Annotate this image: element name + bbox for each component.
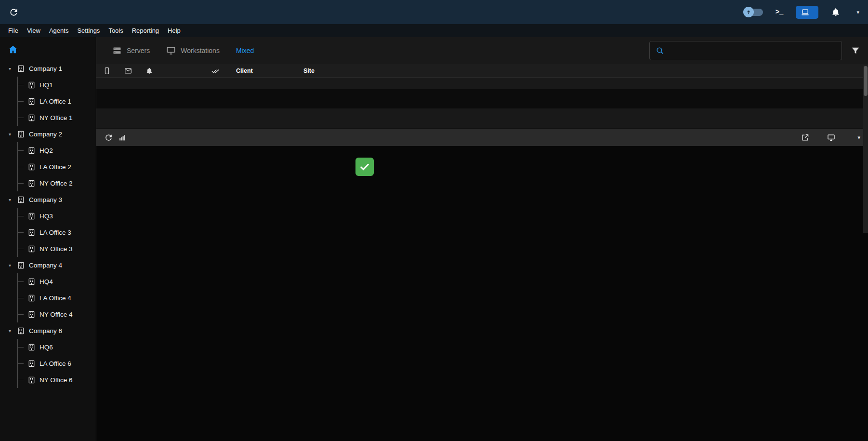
client-tree: Company 1HQ1LA Office 1NY Office 1Compan… — [0, 60, 96, 388]
sidebar-site-item[interactable]: LA Office 1 — [18, 93, 96, 109]
sidebar-site-item[interactable]: HQ4 — [18, 273, 96, 290]
tab-workstations[interactable]: Workstations — [158, 37, 228, 64]
text: NY Office 6 — [39, 376, 73, 384]
sidebar-site-item[interactable]: NY Office 4 — [18, 306, 96, 322]
menu-help[interactable]: Help — [163, 24, 185, 37]
sidebar-site-item[interactable]: NY Office 6 — [18, 372, 96, 388]
company-icon — [17, 327, 25, 335]
pagination — [96, 78, 868, 89]
laptop-icon — [801, 8, 809, 16]
chevron-down-icon — [857, 134, 860, 141]
text: HQ6 — [39, 344, 53, 351]
text: LA Office 6 — [39, 360, 71, 367]
sidebar-company-item[interactable]: Company 1 — [5, 60, 96, 77]
sidebar-site-item[interactable]: LA Office 2 — [18, 159, 96, 175]
sidebar-site-item[interactable]: HQ1 — [18, 77, 96, 93]
sidebar-site-item[interactable]: NY Office 2 — [18, 175, 96, 191]
sidebar-site-item[interactable]: HQ2 — [18, 142, 96, 159]
mobile-icon — [103, 67, 111, 75]
chevron-down-icon — [7, 132, 13, 137]
agent-toolbar — [96, 129, 868, 146]
site-icon — [27, 81, 36, 89]
refresh-button[interactable] — [9, 7, 19, 17]
sidebar-site-item[interactable]: NY Office 1 — [18, 109, 96, 126]
email-alert-column[interactable] — [118, 67, 139, 75]
agent-count-badge[interactable] — [796, 6, 818, 19]
actions-dropdown[interactable] — [853, 134, 860, 141]
text: NY Office 2 — [39, 180, 73, 187]
menu-reporting[interactable]: Reporting — [128, 24, 163, 37]
tab-servers[interactable]: Servers — [104, 37, 158, 64]
mail-icon — [124, 67, 132, 75]
company-icon — [17, 196, 25, 204]
text: NY Office 1 — [39, 114, 73, 121]
sidebar-site-item[interactable]: LA Office 3 — [18, 224, 96, 241]
table-scrollbar[interactable] — [863, 65, 868, 233]
sms-alert-column[interactable] — [96, 67, 118, 75]
text: HQ1 — [39, 81, 53, 89]
site-icon — [27, 179, 36, 187]
chevron-down-icon — [7, 263, 13, 268]
sidebar-site-item[interactable]: HQ6 — [18, 339, 96, 355]
notifications-button[interactable] — [831, 7, 841, 17]
sidebar-all-clients[interactable] — [0, 39, 96, 60]
site-icon — [27, 278, 36, 286]
search-input[interactable] — [669, 47, 836, 54]
col-client[interactable]: Client — [232, 67, 300, 74]
site-icon — [27, 343, 36, 351]
column-label: Client — [236, 67, 253, 74]
server-icon — [112, 46, 122, 55]
search-icon — [656, 46, 664, 55]
menu-tools[interactable]: Tools — [104, 24, 127, 37]
user-menu[interactable] — [853, 9, 859, 15]
hardware-details-section — [101, 151, 355, 176]
chevron-down-icon — [856, 9, 859, 15]
sidebar-site-item[interactable]: NY Office 3 — [18, 241, 96, 257]
sidebar-site-item[interactable]: LA Office 4 — [18, 290, 96, 306]
site-icon — [27, 97, 36, 106]
sidebar-company-item[interactable]: Company 2 — [5, 126, 96, 142]
site-icon — [27, 294, 36, 302]
checks-passing-badge — [355, 158, 374, 176]
chevron-down-icon — [7, 328, 13, 334]
top-bar — [0, 0, 868, 24]
sidebar-company-item[interactable]: Company 6 — [5, 322, 96, 339]
text: HQ3 — [39, 213, 53, 220]
sidebar-site-item[interactable]: HQ3 — [18, 208, 96, 224]
sidebar-site-item[interactable]: LA Office 6 — [18, 355, 96, 372]
chevron-down-icon — [7, 66, 13, 71]
popout-button[interactable] — [801, 134, 814, 142]
text: Company 4 — [29, 262, 62, 269]
text: LA Office 1 — [39, 98, 71, 105]
company-icon — [17, 130, 25, 138]
text: NY Office 4 — [39, 311, 73, 318]
text: Company 1 — [29, 65, 62, 72]
check-icon — [359, 161, 370, 172]
tab-mixed[interactable]: Mixed — [228, 37, 262, 64]
company-icon — [17, 65, 25, 73]
site-icon — [27, 310, 36, 319]
app-root: FileViewAgentsSettingsToolsReportingHelp… — [0, 0, 868, 441]
text: HQ4 — [39, 278, 53, 285]
dark-mode-toggle[interactable] — [745, 9, 763, 16]
take-control-button[interactable] — [827, 134, 840, 142]
menu-agents[interactable]: Agents — [45, 24, 73, 37]
terminal-button[interactable] — [776, 8, 784, 16]
main-content: ServersWorkstationsMixed ClientSite — [96, 37, 868, 441]
sidebar-company-item[interactable]: Company 3 — [5, 191, 96, 208]
checks-status — [355, 158, 546, 176]
menu-file[interactable]: File — [4, 24, 23, 37]
agent-signal-icon — [119, 134, 126, 141]
menu-settings[interactable]: Settings — [73, 24, 104, 37]
agent-tabs-row: ServersWorkstationsMixed — [96, 37, 868, 64]
scrollbar-thumb[interactable] — [864, 66, 868, 96]
bulb-icon — [746, 9, 751, 15]
checks-column[interactable] — [198, 67, 232, 75]
menu-view[interactable]: View — [23, 24, 45, 37]
filter-button[interactable] — [851, 46, 860, 55]
column-label: Site — [303, 67, 315, 74]
col-site[interactable]: Site — [300, 67, 365, 74]
sidebar-company-item[interactable]: Company 4 — [5, 257, 96, 273]
agent-refresh-button[interactable] — [104, 133, 113, 142]
dashboard-alert-column[interactable] — [139, 67, 160, 75]
